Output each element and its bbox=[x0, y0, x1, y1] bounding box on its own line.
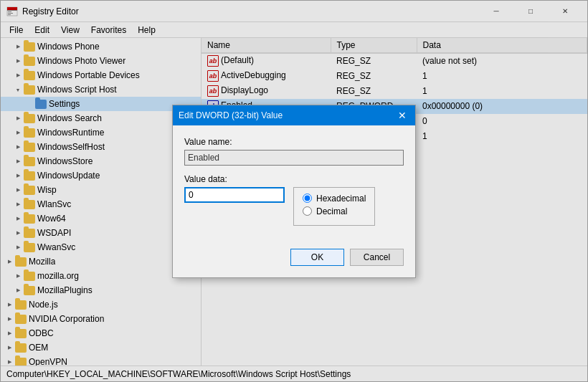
decimal-radio[interactable] bbox=[303, 206, 312, 216]
cancel-button[interactable]: Cancel bbox=[350, 249, 404, 266]
dialog-input-row: Hexadecimal Decimal bbox=[184, 187, 404, 226]
dialog-title-bar: Edit DWORD (32-bit) Value ✕ bbox=[173, 105, 415, 125]
value-name-label: Value name: bbox=[184, 137, 404, 147]
ok-button[interactable]: OK bbox=[290, 249, 344, 266]
dialog-buttons: OK Cancel bbox=[173, 249, 415, 277]
decimal-label[interactable]: Decimal bbox=[316, 206, 347, 216]
value-name-input[interactable] bbox=[184, 150, 404, 166]
hexadecimal-radio[interactable] bbox=[303, 194, 312, 203]
base-group: Hexadecimal Decimal bbox=[293, 187, 375, 226]
edit-dword-dialog: Edit DWORD (32-bit) Value ✕ Value name: … bbox=[172, 105, 416, 278]
dialog-title: Edit DWORD (32-bit) Value bbox=[179, 110, 283, 120]
registry-editor-window: Registry Editor ─ □ ✕ File Edit View Fav… bbox=[0, 0, 588, 382]
hexadecimal-label[interactable]: Hexadecimal bbox=[316, 194, 366, 204]
dialog-body: Value name: Value data: Hexadecimal Deci… bbox=[173, 125, 415, 249]
radio-hexadecimal-row: Hexadecimal bbox=[303, 194, 366, 204]
dialog-close-button[interactable]: ✕ bbox=[395, 108, 409, 123]
radio-decimal-row: Decimal bbox=[303, 206, 366, 216]
value-data-input[interactable] bbox=[184, 187, 285, 203]
dialog-overlay: Edit DWORD (32-bit) Value ✕ Value name: … bbox=[1, 1, 587, 381]
value-data-label: Value data: bbox=[184, 174, 404, 184]
